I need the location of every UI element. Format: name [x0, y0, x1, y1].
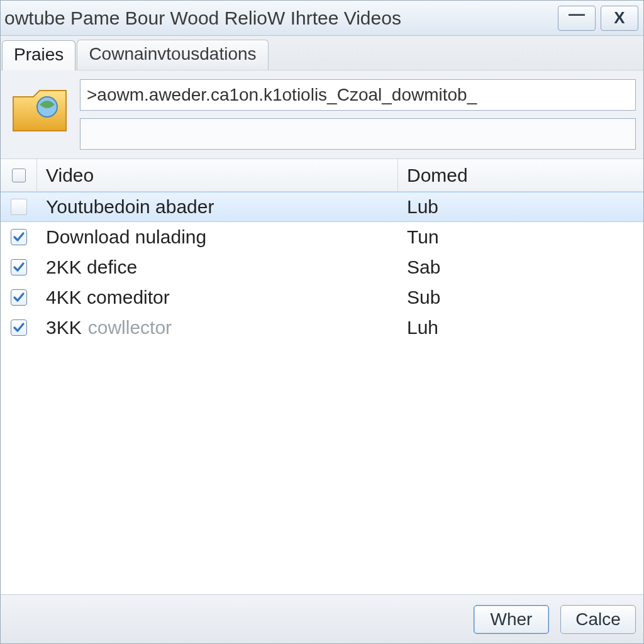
cell-video-muted: cowllector: [88, 317, 172, 338]
titlebar: owtube Pame Bour Wood RelioW Ihrtee Vide…: [1, 1, 643, 36]
cell-video: 2KK defice: [37, 257, 398, 278]
cell-video: Youtubedoin abader: [37, 196, 398, 218]
row-checkbox[interactable]: [11, 259, 27, 275]
cell-video: 4KK comeditor: [37, 287, 398, 308]
row-checkbox[interactable]: [11, 319, 27, 336]
cell-domed: Sab: [398, 257, 643, 278]
table-row[interactable]: 3KK cowllector Luh: [1, 313, 643, 343]
app-window: owtube Pame Bour Wood RelioW Ihrtee Vide…: [0, 0, 644, 644]
video-table: Video Domed Youtubedoin abader Lub Downl…: [1, 159, 643, 594]
cell-domed: Tun: [398, 226, 643, 248]
calce-button[interactable]: Calce: [560, 605, 636, 634]
minimize-button[interactable]: —: [558, 6, 596, 31]
tab-cownainvtousdations[interactable]: Cownainvtousdations: [77, 40, 268, 70]
cell-domed: Sub: [398, 287, 643, 308]
wher-button[interactable]: Wher: [474, 605, 549, 634]
column-domed[interactable]: Domed: [398, 159, 643, 191]
row-checkbox[interactable]: [11, 289, 27, 306]
folder-icon: [8, 79, 71, 142]
url-panel: [1, 70, 643, 159]
url-input-secondary[interactable]: [80, 118, 636, 150]
close-button[interactable]: X: [601, 6, 638, 31]
select-all-checkbox[interactable]: [12, 169, 26, 182]
close-icon: X: [614, 8, 625, 28]
header-checkbox-cell[interactable]: [1, 159, 37, 191]
table-row[interactable]: Download nulading Tun: [1, 222, 643, 252]
minimize-icon: —: [569, 4, 585, 24]
table-row[interactable]: 4KK comeditor Sub: [1, 282, 643, 313]
page-icon: [11, 199, 27, 215]
tab-strip: Praies Cownainvtousdations: [1, 36, 643, 70]
footer: Wher Calce: [1, 594, 643, 643]
row-checkbox[interactable]: [11, 229, 27, 245]
window-title: owtube Pame Bour Wood RelioW Ihrtee Vide…: [4, 8, 558, 29]
check-icon: [13, 261, 25, 274]
cell-video: 3KK cowllector: [37, 317, 398, 338]
cell-domed: Luh: [398, 317, 643, 338]
cell-video: Download nulading: [37, 226, 398, 248]
url-column: [80, 79, 636, 150]
url-input[interactable]: [80, 79, 636, 111]
cell-domed: Lub: [398, 196, 643, 218]
tab-praies[interactable]: Praies: [2, 40, 75, 70]
table-row[interactable]: Youtubedoin abader Lub: [1, 192, 643, 222]
table-header: Video Domed: [1, 159, 643, 192]
column-video[interactable]: Video: [37, 159, 398, 191]
table-row[interactable]: 2KK defice Sab: [1, 252, 643, 282]
check-icon: [13, 231, 25, 243]
check-icon: [13, 321, 25, 334]
check-icon: [13, 291, 25, 304]
